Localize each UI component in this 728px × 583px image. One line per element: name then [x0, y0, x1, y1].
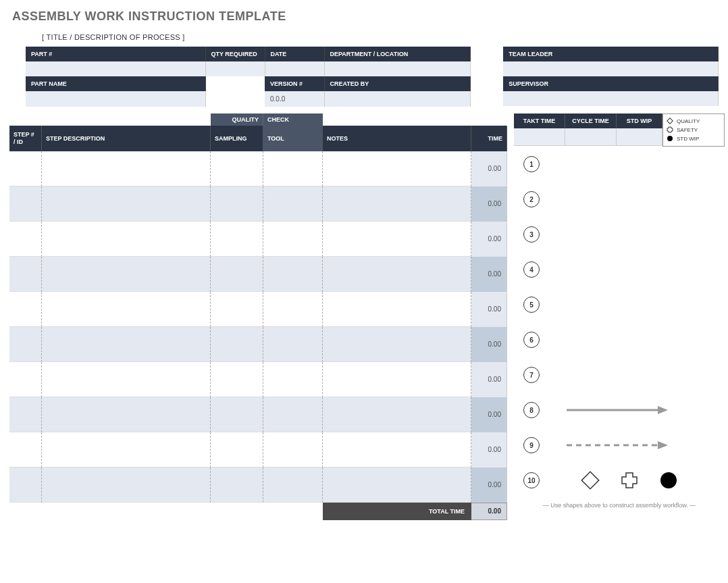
notes-cell[interactable] — [323, 397, 471, 432]
step-desc-cell[interactable] — [42, 467, 211, 503]
step-desc-cell[interactable] — [42, 362, 211, 397]
step-id-cell[interactable] — [9, 467, 42, 503]
blank-cell — [205, 91, 265, 107]
diamond-shape-icon — [580, 470, 600, 490]
sampling-cell[interactable] — [211, 327, 263, 362]
sampling-cell[interactable] — [211, 257, 263, 292]
step-row: 0.00 — [9, 397, 507, 432]
notes-cell[interactable] — [323, 151, 471, 186]
notes-cell[interactable] — [323, 186, 471, 222]
time-cell: 0.00 — [471, 222, 507, 257]
step-desc-cell[interactable] — [42, 257, 211, 292]
tool-cell[interactable] — [263, 186, 323, 222]
sampling-cell[interactable] — [211, 362, 263, 397]
date-value[interactable] — [265, 61, 324, 76]
version-value[interactable]: 0.0.0 — [265, 91, 324, 107]
plus-shape-icon — [619, 470, 640, 490]
tool-cell[interactable] — [263, 327, 323, 362]
notes-cell[interactable] — [323, 222, 471, 257]
quality-label: QUALITY — [211, 113, 263, 126]
tool-cell[interactable] — [263, 222, 323, 257]
notes-cell[interactable] — [323, 327, 471, 362]
workflow-row: 9 — [514, 428, 725, 463]
workflow-note: — Use shapes above to construct assembly… — [514, 502, 725, 509]
sampling-cell[interactable] — [211, 151, 263, 186]
std-wip-value[interactable] — [617, 128, 662, 146]
cycle-time-value[interactable] — [565, 128, 617, 146]
step-id-cell[interactable] — [9, 432, 42, 467]
time-cell: 0.00 — [471, 327, 507, 362]
sampling-cell[interactable] — [211, 467, 263, 503]
notes-cell[interactable] — [323, 467, 471, 503]
step-id-cell[interactable] — [9, 327, 42, 362]
created-label: CREATED BY — [324, 76, 471, 91]
time-cell: 0.00 — [471, 257, 507, 292]
cycle-time-header: CYCLE TIME — [565, 113, 617, 128]
dept-value[interactable] — [324, 61, 471, 76]
workflow-step-circle: 6 — [523, 332, 540, 348]
notes-header: NOTES — [323, 126, 471, 151]
workflow-row: 7 — [514, 357, 725, 392]
step-desc-cell[interactable] — [42, 186, 211, 222]
qty-value[interactable] — [205, 61, 265, 76]
step-row: 0.00 — [9, 222, 507, 257]
step-desc-cell[interactable] — [42, 327, 211, 362]
notes-cell[interactable] — [323, 432, 471, 467]
sampling-cell[interactable] — [211, 432, 263, 467]
tool-cell[interactable] — [263, 362, 323, 397]
step-desc-cell[interactable] — [42, 292, 211, 327]
step-desc-header: STEP DESCRIPTION — [42, 126, 211, 151]
step-id-cell[interactable] — [9, 257, 42, 292]
legend-box: QUALITY SAFETY STD WIP — [662, 113, 725, 147]
sampling-cell[interactable] — [211, 292, 263, 327]
tool-cell[interactable] — [263, 397, 323, 432]
step-row: 0.00 — [9, 362, 507, 397]
part-name-value[interactable] — [26, 91, 205, 107]
sampling-cell[interactable] — [211, 186, 263, 222]
step-id-cell[interactable] — [9, 222, 42, 257]
step-id-cell[interactable] — [9, 292, 42, 327]
notes-cell[interactable] — [323, 292, 471, 327]
step-desc-cell[interactable] — [42, 432, 211, 467]
created-value[interactable] — [324, 91, 471, 107]
workflow-row: 10 — [514, 463, 725, 498]
step-desc-cell[interactable] — [42, 222, 211, 257]
notes-cell[interactable] — [323, 257, 471, 292]
sampling-header: SAMPLING — [211, 126, 263, 151]
supervisor-value[interactable] — [503, 91, 718, 106]
step-id-cell[interactable] — [9, 151, 42, 186]
workflow-step-circle: 7 — [523, 367, 540, 383]
part-name-label: PART NAME — [26, 76, 205, 91]
part-num-value[interactable] — [26, 61, 205, 76]
sampling-cell[interactable] — [211, 397, 263, 432]
step-id-cell[interactable] — [9, 362, 42, 397]
version-label: VERSION # — [265, 76, 324, 91]
arrow-solid-icon — [567, 403, 668, 417]
step-row: 0.00 — [9, 186, 507, 222]
step-id-cell[interactable] — [9, 397, 42, 432]
notes-cell[interactable] — [323, 362, 471, 397]
step-desc-cell[interactable] — [42, 397, 211, 432]
tool-cell[interactable] — [263, 292, 323, 327]
sampling-cell[interactable] — [211, 222, 263, 257]
part-num-label: PART # — [26, 47, 205, 61]
tool-cell[interactable] — [263, 151, 323, 186]
step-row: 0.00 — [9, 292, 507, 327]
time-cell: 0.00 — [471, 397, 507, 432]
tool-cell[interactable] — [263, 467, 323, 503]
tool-cell[interactable] — [263, 257, 323, 292]
workflow-step-circle: 9 — [523, 437, 540, 453]
takt-time-value[interactable] — [514, 128, 565, 146]
svg-marker-3 — [658, 406, 668, 414]
std-wip-header: STD WIP — [617, 113, 662, 128]
time-cell: 0.00 — [471, 292, 507, 327]
step-desc-cell[interactable] — [42, 151, 211, 186]
circle-filled-icon — [666, 134, 674, 143]
tool-header: TOOL — [263, 126, 323, 151]
total-time-label: TOTAL TIME — [323, 503, 471, 520]
team-leader-value[interactable] — [503, 61, 718, 76]
check-label: CHECK — [263, 113, 323, 126]
svg-point-1 — [667, 136, 673, 141]
step-id-cell[interactable] — [9, 186, 42, 222]
tool-cell[interactable] — [263, 432, 323, 467]
